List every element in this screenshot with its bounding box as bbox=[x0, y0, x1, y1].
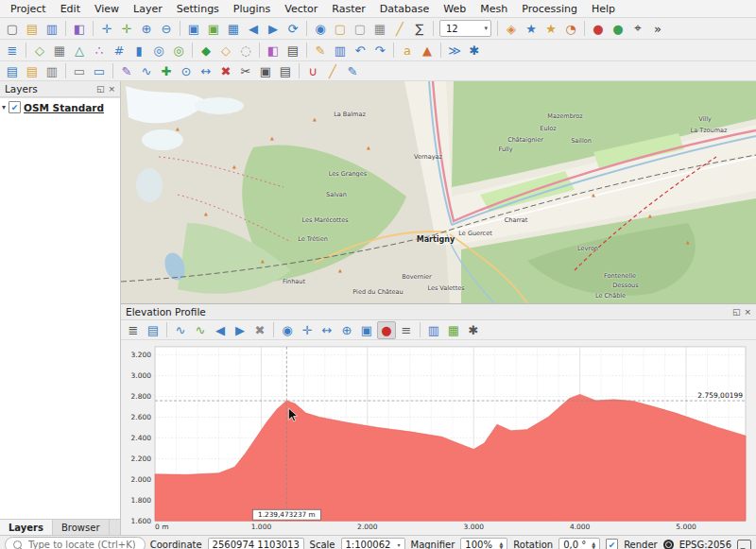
data-source-manager-icon[interactable]: ≣ bbox=[3, 42, 22, 60]
refresh-map-icon[interactable]: ⟳ bbox=[284, 20, 302, 38]
capture-curve-icon[interactable]: ∿ bbox=[171, 321, 190, 339]
export-profile-icon[interactable]: ▥ bbox=[424, 321, 443, 339]
add-layers-icon[interactable]: ≣ bbox=[124, 321, 143, 339]
move-feature-icon[interactable]: ↔ bbox=[197, 62, 215, 80]
zoom-last-icon[interactable]: ◀ bbox=[244, 20, 263, 38]
select-features-icon[interactable]: ▢ bbox=[331, 20, 350, 38]
snapping-options-icon[interactable]: ∪ bbox=[303, 62, 322, 80]
toggle-editing-icon[interactable]: ✎ bbox=[311, 42, 330, 60]
add-raster-layer-icon[interactable]: ▦ bbox=[50, 42, 69, 60]
zoom-in-icon[interactable]: ⊕ bbox=[137, 20, 156, 38]
add-wms-layer-icon[interactable]: ◎ bbox=[149, 42, 168, 60]
digitize-with-segment-icon[interactable]: ∿ bbox=[137, 62, 156, 80]
zoom-to-selection-icon[interactable]: ▣ bbox=[204, 20, 223, 38]
menu-project[interactable]: Project bbox=[4, 2, 53, 16]
zoom-to-layer-icon[interactable]: ▦ bbox=[224, 20, 243, 38]
save-layer-edits-icon[interactable]: ▥ bbox=[331, 42, 350, 60]
menu-plugins[interactable]: Plugins bbox=[227, 2, 277, 16]
menu-edit[interactable]: Edit bbox=[54, 2, 87, 16]
font-size-combo[interactable]: 12▾ bbox=[439, 20, 491, 37]
deselect-features-icon[interactable]: ▢ bbox=[351, 20, 369, 38]
layer-item-osm-standard[interactable]: ▾ ✔ OSM Standard bbox=[2, 101, 118, 113]
add-vector-layer-icon[interactable]: ◇ bbox=[30, 42, 49, 60]
annotations-icon[interactable]: ✎ bbox=[343, 62, 362, 80]
panel-dock-icon[interactable]: ◱ bbox=[96, 84, 105, 94]
open-attribute-table-icon[interactable]: ▦ bbox=[370, 20, 389, 38]
render-checkbox[interactable]: ✔ bbox=[606, 539, 618, 549]
menu-database[interactable]: Database bbox=[373, 2, 437, 16]
temporal-controller-icon[interactable]: ◔ bbox=[561, 20, 580, 38]
cut-features-icon[interactable]: ✂ bbox=[236, 62, 255, 80]
export-image-icon[interactable]: ▦ bbox=[444, 321, 463, 339]
measure-icon[interactable]: ╱ bbox=[323, 62, 342, 80]
capture-curve-from-feature-icon[interactable]: ∿ bbox=[191, 321, 210, 339]
messages-icon[interactable] bbox=[737, 540, 751, 549]
pin-labels-icon[interactable]: ⌖ bbox=[628, 20, 647, 38]
project-home-icon[interactable]: ▤ bbox=[3, 62, 22, 80]
menu-raster[interactable]: Raster bbox=[325, 2, 371, 16]
new-virtual-layer-icon[interactable]: ◌ bbox=[236, 42, 255, 60]
scale-combo[interactable]: 1:100062▾ bbox=[341, 538, 405, 549]
tab-browser[interactable]: Browser bbox=[53, 520, 110, 535]
style-manager-icon[interactable]: ◧ bbox=[70, 20, 89, 38]
paste-features-icon[interactable]: ▤ bbox=[276, 62, 295, 80]
rotation-spinner[interactable]: 0,0 °▲▼ bbox=[558, 538, 600, 549]
add-delimited-text-icon[interactable]: # bbox=[110, 42, 129, 60]
save-project-icon[interactable]: ▥ bbox=[43, 20, 61, 38]
zoom-x-axis-icon[interactable]: ↔ bbox=[318, 321, 336, 339]
pan-profile-icon[interactable]: ✛ bbox=[298, 321, 317, 339]
label-toolbar-icon[interactable]: a bbox=[398, 42, 417, 60]
panel-close-icon[interactable]: × bbox=[744, 307, 751, 317]
menu-help[interactable]: Help bbox=[585, 2, 622, 16]
statistical-summary-icon[interactable]: ∑ bbox=[410, 20, 429, 38]
show-layer-tree-icon[interactable]: ▤ bbox=[144, 321, 163, 339]
processing-toolbox-icon[interactable]: ✱ bbox=[465, 42, 484, 60]
open-layers-panel-icon[interactable]: ▤ bbox=[284, 42, 302, 60]
osm-place-search-icon[interactable]: ● bbox=[589, 20, 608, 38]
locate-input[interactable] bbox=[26, 539, 137, 549]
crs-value[interactable]: EPSG:2056 bbox=[679, 540, 731, 549]
nudge-right-icon[interactable]: ▶ bbox=[231, 321, 249, 339]
vertex-tool-icon[interactable]: ⊙ bbox=[177, 62, 196, 80]
zoom-out-icon[interactable]: ⊖ bbox=[157, 20, 176, 38]
pan-map-icon[interactable]: ✛ bbox=[97, 20, 116, 38]
zoom-full-icon[interactable]: ▣ bbox=[184, 20, 203, 38]
open-project-icon[interactable]: ▤ bbox=[23, 20, 42, 38]
panel-dock-icon[interactable]: ◱ bbox=[732, 307, 741, 317]
open-data-folder-icon[interactable]: ▤ bbox=[23, 62, 42, 80]
elevation-profile-chart[interactable]: 1.6001.8002.0002.2002.4002.6002.8003.000… bbox=[121, 340, 756, 535]
add-point-cloud-layer-icon[interactable]: ∴ bbox=[90, 42, 109, 60]
menu-vector[interactable]: Vector bbox=[278, 2, 324, 16]
pan-to-selection-icon[interactable]: ✛ bbox=[117, 20, 136, 38]
snapping-toggle-icon[interactable]: ● bbox=[377, 321, 396, 339]
add-mesh-layer-icon[interactable]: △ bbox=[70, 42, 89, 60]
map-canvas[interactable]: La BalmazMazembrozVillyEulozChâtaignierF… bbox=[121, 81, 756, 304]
measure-line-icon[interactable]: ╱ bbox=[390, 20, 409, 38]
clear-profile-icon[interactable]: ✖ bbox=[250, 321, 269, 339]
identify-tool-icon[interactable]: ◉ bbox=[278, 321, 297, 339]
nudge-left-icon[interactable]: ◀ bbox=[211, 321, 230, 339]
add-feature-icon[interactable]: ✚ bbox=[157, 62, 176, 80]
layout-manager-icon[interactable]: ▭ bbox=[90, 62, 109, 80]
menu-web[interactable]: Web bbox=[437, 2, 472, 16]
new-project-icon[interactable]: ▢ bbox=[3, 20, 22, 38]
python-console-icon[interactable]: ≫ bbox=[445, 42, 464, 60]
expander-icon[interactable]: ▾ bbox=[2, 103, 6, 112]
metasearch-icon[interactable]: ● bbox=[609, 20, 627, 38]
menu-layer[interactable]: Layer bbox=[127, 2, 169, 16]
menu-settings[interactable]: Settings bbox=[170, 2, 226, 16]
identify-features-icon[interactable]: ◉ bbox=[311, 20, 330, 38]
coordinate-field[interactable]: 2560974 1103013 bbox=[208, 538, 304, 549]
lock-axis-scales-icon[interactable]: ≡ bbox=[397, 321, 416, 339]
zoom-next-icon[interactable]: ▶ bbox=[264, 20, 283, 38]
magnifier-spinner[interactable]: 100%▲▼ bbox=[460, 538, 507, 549]
undo-icon[interactable]: ↶ bbox=[351, 42, 369, 60]
menu-view[interactable]: View bbox=[88, 2, 126, 16]
copy-features-icon[interactable]: ▣ bbox=[256, 62, 275, 80]
toolbar-overflow-icon[interactable]: » bbox=[648, 20, 667, 38]
profile-options-icon[interactable]: ✱ bbox=[464, 321, 483, 339]
menu-mesh[interactable]: Mesh bbox=[473, 2, 514, 16]
layer-diagram-icon[interactable]: ▲ bbox=[418, 42, 437, 60]
menu-processing[interactable]: Processing bbox=[515, 2, 584, 16]
show-bookmarks-icon[interactable]: ★ bbox=[541, 20, 560, 38]
